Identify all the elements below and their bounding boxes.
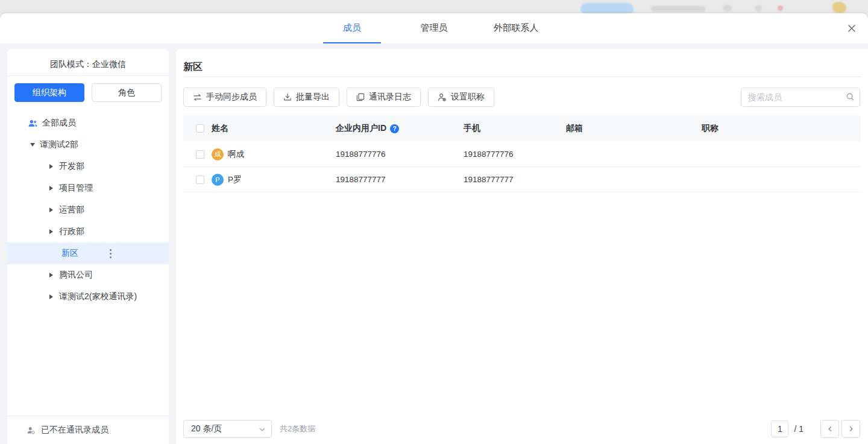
tree-item-label: 谭测试2部 xyxy=(40,139,78,150)
tree-item-label: 开发部 xyxy=(59,161,84,172)
batch-export-button[interactable]: 批量导出 xyxy=(274,87,339,107)
tree-item-project-mgmt[interactable]: 项目管理 xyxy=(7,177,169,199)
close-icon[interactable] xyxy=(846,22,858,34)
col-name: 姓名 xyxy=(212,123,336,134)
tree-item-label: 项目管理 xyxy=(59,183,93,194)
background-text-blur xyxy=(651,6,705,11)
manual-sync-button[interactable]: 手动同步成员 xyxy=(183,87,266,107)
chevron-right-icon[interactable] xyxy=(49,229,53,234)
tree-item-label: 谭测试2(家校通讯录) xyxy=(59,291,137,302)
roles-button[interactable]: 角色 xyxy=(92,83,162,102)
table-row[interactable]: P P罗 19188777777 19188777777 xyxy=(183,167,861,192)
row-checkbox[interactable] xyxy=(196,150,204,159)
background-notification-dot xyxy=(778,5,783,11)
toolbar: 手动同步成员 批量导出 通讯录日志 设置职称 xyxy=(183,87,861,107)
chevron-right-icon[interactable] xyxy=(49,208,53,212)
page-size-select[interactable]: 20 条/页 xyxy=(183,420,272,438)
background-box-icon xyxy=(723,5,732,11)
total-count-label: 共2条数据 xyxy=(280,423,315,434)
tree-item-operations-dept[interactable]: 运营部 xyxy=(7,199,169,221)
page-input[interactable] xyxy=(771,420,788,437)
background-help-icon xyxy=(755,5,762,11)
chevron-right-icon xyxy=(848,425,855,433)
col-name-label: 姓名 xyxy=(212,123,228,134)
section-title: 新区 xyxy=(183,49,861,77)
avatar: P xyxy=(212,174,224,186)
select-all-checkbox[interactable] xyxy=(196,124,204,133)
button-label: 批量导出 xyxy=(296,92,330,103)
tab-external-contacts[interactable]: 外部联系人 xyxy=(487,13,545,43)
col-user-id-label: 企业内用户ID xyxy=(336,123,386,134)
chevron-down-icon xyxy=(259,426,266,433)
chevron-down-icon[interactable] xyxy=(30,143,35,147)
member-phone: 19188777777 xyxy=(464,175,566,184)
tree-item-dev-dept[interactable]: 开发部 xyxy=(7,156,169,177)
prev-page-button[interactable] xyxy=(820,420,839,438)
search-input[interactable] xyxy=(741,87,860,107)
pagination-bar: 20 条/页 共2条数据 / 1 xyxy=(183,414,860,444)
next-page-button[interactable] xyxy=(841,420,860,438)
row-select-cell xyxy=(183,176,212,184)
download-icon xyxy=(283,93,292,101)
button-label: 通讯录日志 xyxy=(369,92,411,103)
tab-members[interactable]: 成员 xyxy=(323,13,381,43)
select-all-cell xyxy=(183,124,212,133)
tab-members-label: 成员 xyxy=(343,22,361,33)
chevron-right-icon[interactable] xyxy=(49,294,53,299)
table-row[interactable]: 成 啊成 19188777776 19188777776 xyxy=(183,142,861,167)
tree-item-tencent[interactable]: 腾讯公司 xyxy=(7,264,169,286)
sync-icon xyxy=(193,94,202,101)
log-icon xyxy=(356,93,365,101)
tab-admins[interactable]: 管理员 xyxy=(405,13,463,43)
tree-item-admin-dept[interactable]: 行政部 xyxy=(7,221,169,243)
page-size-value: 20 条/页 xyxy=(191,423,222,434)
table-header: 姓名 企业内用户ID ? 手机 邮箱 职称 xyxy=(183,115,861,142)
avatar: 成 xyxy=(212,148,224,160)
member-user-id: 19188777776 xyxy=(336,150,464,159)
set-job-title-button[interactable]: 设置职称 xyxy=(428,87,494,107)
tree-item-tan-test-2-dept[interactable]: 谭测试2部 xyxy=(7,134,169,156)
member-phone: 19188777776 xyxy=(464,150,566,159)
button-label: 手动同步成员 xyxy=(206,92,257,103)
team-mode-label: 团队模式：企业微信 xyxy=(7,49,169,75)
org-sidebar: 团队模式：企业微信 组织架构 角色 全部成员 谭测试2部 xyxy=(7,49,169,444)
tree-item-label: 全部成员 xyxy=(42,118,76,128)
sidebar-switch: 组织架构 角色 xyxy=(7,76,169,102)
help-icon[interactable]: ? xyxy=(390,124,399,133)
member-name-cell: P P罗 xyxy=(212,174,336,186)
tree-item-label: 腾讯公司 xyxy=(59,270,93,281)
row-checkbox[interactable] xyxy=(196,176,204,184)
button-label: 设置职称 xyxy=(451,92,485,103)
divider xyxy=(183,77,861,77)
chevron-right-icon[interactable] xyxy=(49,164,53,169)
tree-item-new-district[interactable]: 新区 xyxy=(7,243,169,264)
person-icon xyxy=(27,426,36,435)
tab-admins-label: 管理员 xyxy=(421,22,448,33)
col-user-id: 企业内用户ID ? xyxy=(336,123,464,134)
pager: / 1 xyxy=(771,420,860,438)
total-pages-label: / 1 xyxy=(794,424,804,434)
chevron-right-icon[interactable] xyxy=(49,186,53,191)
person-gear-icon xyxy=(438,93,447,102)
background-logo-icon xyxy=(832,2,846,13)
chevron-left-icon xyxy=(826,425,834,433)
col-email: 邮箱 xyxy=(566,123,702,134)
modal-header: 成员 管理员 外部联系人 xyxy=(0,13,868,43)
search-box xyxy=(741,87,860,107)
removed-members-link[interactable]: 已不在通讯录成员 xyxy=(7,416,169,444)
team-icon xyxy=(28,118,38,128)
search-icon[interactable] xyxy=(846,92,855,101)
tree-item-school-contacts[interactable]: 谭测试2(家校通讯录) xyxy=(7,286,169,308)
tree-item-label: 新区 xyxy=(61,248,78,259)
tree-item-all-members[interactable]: 全部成员 xyxy=(7,112,169,134)
contacts-log-button[interactable]: 通讯录日志 xyxy=(347,87,421,107)
chevron-right-icon[interactable] xyxy=(49,273,53,278)
contacts-modal: 成员 管理员 外部联系人 团队模式：企业微信 组织架构 角色 全部成员 xyxy=(0,13,868,444)
member-user-id: 19188777777 xyxy=(336,175,464,184)
org-structure-button[interactable]: 组织架构 xyxy=(14,83,84,102)
more-actions-icon[interactable] xyxy=(108,248,113,259)
member-name: P罗 xyxy=(228,174,242,185)
tab-bar: 成员 管理员 外部联系人 xyxy=(323,13,545,43)
row-select-cell xyxy=(183,150,212,159)
member-name: 啊成 xyxy=(228,149,244,160)
